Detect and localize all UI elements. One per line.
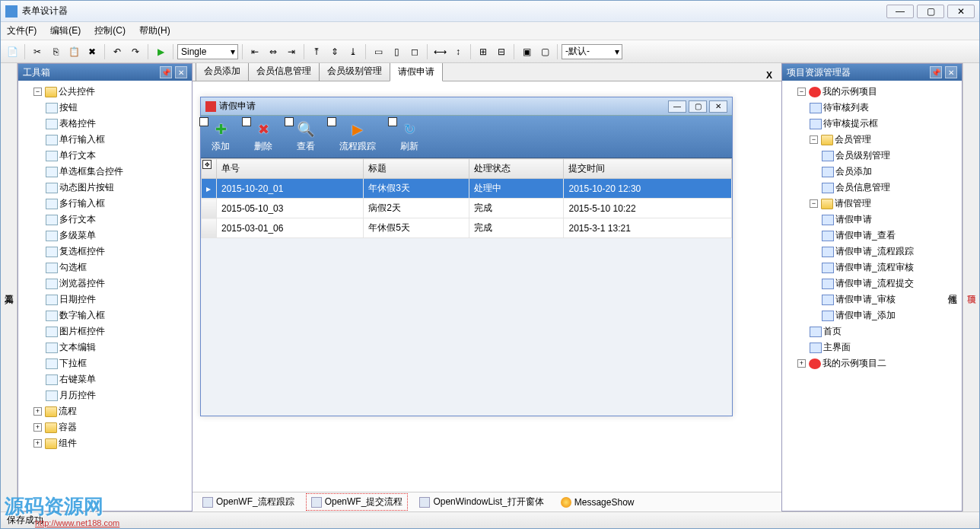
tree-node[interactable]: 图片框控件 bbox=[46, 323, 189, 339]
design-surface[interactable]: 请假申请 — ▢ ✕ ✥✚添加✥✖删除✥🔍查看✥▶流程跟踪✥↻刷新 ✥ 单号标题… bbox=[192, 81, 781, 492]
tree-node[interactable]: 主界面 bbox=[810, 339, 959, 355]
menu-edit[interactable]: 编辑(E) bbox=[50, 24, 81, 37]
tree-node[interactable]: − 我的示例项目 bbox=[797, 84, 959, 100]
task-item[interactable]: OpenWF_流程跟踪 bbox=[197, 493, 300, 511]
tree-node[interactable]: 多行文本 bbox=[46, 212, 189, 228]
redo-button[interactable]: ↷ bbox=[127, 43, 144, 60]
tree-node[interactable]: 单选框集合控件 bbox=[46, 164, 189, 180]
tree-node[interactable]: 浏览器控件 bbox=[46, 276, 189, 292]
menu-file[interactable]: 文件(F) bbox=[7, 24, 37, 37]
default-combo[interactable]: -默认- bbox=[562, 44, 622, 59]
move-handle-icon[interactable]: ✥ bbox=[242, 117, 251, 126]
tree-node[interactable]: 请假申请_查看 bbox=[822, 228, 959, 244]
task-item[interactable]: OpenWindowList_打开窗体 bbox=[414, 493, 549, 511]
paste-button[interactable]: 📋 bbox=[65, 43, 82, 60]
tree-node[interactable]: 会员级别管理 bbox=[822, 148, 959, 164]
space-h-button[interactable]: ⟷ bbox=[431, 43, 448, 60]
inner-close-button[interactable]: ✕ bbox=[709, 100, 727, 113]
menu-help[interactable]: 帮助(H) bbox=[139, 24, 170, 37]
tree-node[interactable]: 单行文本 bbox=[46, 148, 189, 164]
tree-node[interactable]: 待审核列表 bbox=[810, 100, 959, 116]
new-button[interactable]: 📄 bbox=[4, 43, 21, 60]
tree-node[interactable]: 请假申请_流程提交 bbox=[822, 276, 959, 292]
align-top-button[interactable]: ⤒ bbox=[308, 43, 325, 60]
tree-node[interactable]: 请假申请_流程审核 bbox=[822, 260, 959, 276]
align-middle-button[interactable]: ⇕ bbox=[326, 43, 343, 60]
cut-button[interactable]: ✂ bbox=[29, 43, 46, 60]
center-v-button[interactable]: ⊟ bbox=[493, 43, 510, 60]
tree-node[interactable]: 复选框控件 bbox=[46, 244, 189, 260]
run-button[interactable]: ▶ bbox=[152, 43, 169, 60]
tree-node[interactable]: 待审核提示框 bbox=[810, 116, 959, 132]
task-item[interactable]: MessageShow bbox=[555, 495, 640, 510]
column-header[interactable]: 标题 bbox=[364, 159, 469, 179]
tabstrip-close-button[interactable]: X bbox=[760, 70, 778, 81]
tree-node[interactable]: 月历控件 bbox=[46, 387, 189, 403]
move-handle-icon[interactable]: ✥ bbox=[202, 160, 212, 169]
tree-node[interactable]: 文本编辑 bbox=[46, 339, 189, 355]
tree-node[interactable]: − 会员管理 bbox=[810, 132, 959, 148]
inner-max-button[interactable]: ▢ bbox=[689, 100, 707, 113]
data-grid[interactable]: 单号标题处理状态提交时间 ▸2015-10-20_01年休假3天处理中2015-… bbox=[201, 158, 732, 238]
tree-node[interactable]: 会员添加 bbox=[822, 164, 959, 180]
align-center-button[interactable]: ⇔ bbox=[265, 43, 282, 60]
delete-button[interactable]: ✖ bbox=[84, 43, 100, 60]
toolbox-close-button[interactable]: ✕ bbox=[175, 66, 187, 78]
move-handle-icon[interactable]: ✥ bbox=[285, 117, 294, 126]
tree-node[interactable]: 数字输入框 bbox=[46, 308, 189, 323]
strip-project[interactable]: 项目 bbox=[965, 68, 978, 507]
close-button[interactable]: ✕ bbox=[947, 5, 975, 18]
tree-node[interactable]: 会员信息管理 bbox=[822, 180, 959, 196]
size-height-button[interactable]: ▯ bbox=[388, 43, 405, 60]
inner-添加-button[interactable]: ✥✚添加 bbox=[205, 119, 236, 155]
strip-toolbox[interactable]: 工具箱 bbox=[2, 68, 15, 507]
column-header[interactable]: 提交时间 bbox=[564, 159, 732, 179]
tree-node[interactable]: + 组件 bbox=[33, 435, 189, 451]
maximize-button[interactable]: ▢ bbox=[917, 5, 944, 18]
bring-front-button[interactable]: ▣ bbox=[518, 43, 535, 60]
tree-node[interactable]: 右键菜单 bbox=[46, 371, 189, 387]
strip-properties[interactable]: 属性 bbox=[946, 68, 959, 507]
tree-node[interactable]: − 请假管理 bbox=[810, 196, 959, 212]
inner-min-button[interactable]: — bbox=[668, 100, 686, 113]
send-back-button[interactable]: ▢ bbox=[536, 43, 553, 60]
tree-node[interactable]: + 容器 bbox=[33, 419, 189, 435]
copy-button[interactable]: ⎘ bbox=[47, 43, 64, 60]
inner-window[interactable]: 请假申请 — ▢ ✕ ✥✚添加✥✖删除✥🔍查看✥▶流程跟踪✥↻刷新 ✥ 单号标题… bbox=[200, 97, 733, 416]
inner-刷新-button[interactable]: ✥↻刷新 bbox=[394, 119, 425, 155]
tree-node[interactable]: 请假申请_添加 bbox=[822, 308, 959, 323]
tree-node[interactable]: 多级菜单 bbox=[46, 228, 189, 244]
tree-node[interactable]: 首页 bbox=[810, 323, 959, 339]
center-h-button[interactable]: ⊞ bbox=[475, 43, 492, 60]
tree-node[interactable]: 勾选框 bbox=[46, 260, 189, 276]
mode-combo[interactable]: Single bbox=[177, 44, 238, 59]
tree-node[interactable]: 请假申请 bbox=[822, 212, 959, 228]
inner-查看-button[interactable]: ✥🔍查看 bbox=[291, 119, 321, 155]
align-bottom-button[interactable]: ⤓ bbox=[345, 43, 361, 60]
tab-2[interactable]: 会员级别管理 bbox=[319, 63, 390, 81]
column-header[interactable]: 处理状态 bbox=[469, 159, 564, 179]
toolbox-pin-button[interactable]: 📌 bbox=[160, 66, 172, 78]
menu-control[interactable]: 控制(C) bbox=[94, 24, 126, 37]
table-row[interactable]: 2015-05-10_03病假2天完成2015-5-10 10:22 bbox=[202, 199, 732, 218]
explorer-pin-button[interactable]: 📌 bbox=[930, 66, 942, 78]
minimize-button[interactable]: — bbox=[886, 5, 914, 18]
move-handle-icon[interactable]: ✥ bbox=[199, 117, 208, 126]
tree-node[interactable]: 多行输入框 bbox=[46, 196, 189, 212]
tree-node[interactable]: 表格控件 bbox=[46, 116, 189, 132]
size-width-button[interactable]: ▭ bbox=[370, 43, 387, 60]
tree-node[interactable]: 下拉框 bbox=[46, 355, 189, 371]
inner-删除-button[interactable]: ✥✖删除 bbox=[248, 119, 278, 155]
task-item[interactable]: OpenWF_提交流程 bbox=[306, 493, 409, 511]
table-row[interactable]: ▸2015-10-20_01年休假3天处理中2015-10-20 12:30 bbox=[202, 179, 732, 199]
space-v-button[interactable]: ↕ bbox=[450, 43, 466, 60]
tree-node[interactable]: 动态图片按钮 bbox=[46, 180, 189, 196]
tree-node[interactable]: 请假申请_审核 bbox=[822, 292, 959, 308]
tree-node[interactable]: 按钮 bbox=[46, 100, 189, 116]
tree-node[interactable]: + 流程 bbox=[33, 403, 189, 419]
align-right-button[interactable]: ⇥ bbox=[283, 43, 300, 60]
column-header[interactable]: 单号 bbox=[217, 159, 364, 179]
tab-0[interactable]: 会员添加 bbox=[196, 63, 249, 81]
tab-1[interactable]: 会员信息管理 bbox=[248, 63, 320, 81]
move-handle-icon[interactable]: ✥ bbox=[388, 117, 397, 126]
